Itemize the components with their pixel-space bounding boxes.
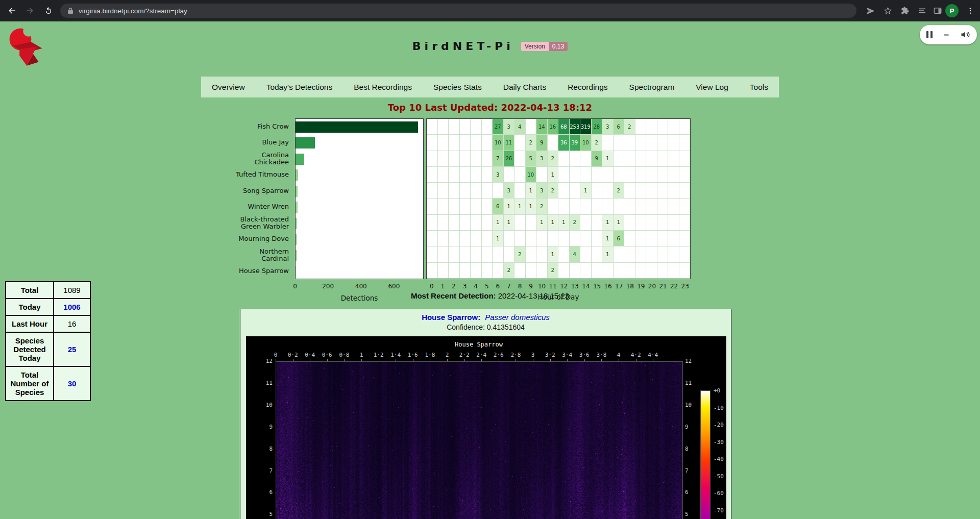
spec-x-tickmark	[293, 359, 293, 361]
heatmap-cell	[558, 263, 570, 279]
nav-item-today-s-detections[interactable]: Today's Detections	[256, 77, 344, 97]
spec-x-tick: 1·4	[390, 352, 401, 358]
spec-x-tick: 4	[617, 352, 621, 358]
media-controls-icon[interactable]	[916, 4, 929, 17]
back-icon[interactable]	[5, 4, 18, 17]
heatmap-cell	[514, 183, 526, 199]
heatmap-cell	[657, 199, 669, 214]
heatmap-cell: 1	[493, 215, 504, 231]
pause-icon[interactable]	[926, 31, 933, 38]
heatmap-cell	[536, 167, 548, 183]
stats-value-today[interactable]: 1006	[54, 299, 90, 315]
audio-timeline[interactable]	[944, 34, 949, 36]
colorbar-tick: -50	[714, 473, 724, 480]
heatmap-cell	[679, 199, 691, 214]
heatmap-cell	[592, 167, 603, 183]
hour-axis-tick: 11	[549, 283, 557, 290]
heatmap-cell	[514, 263, 526, 279]
heatmap-cell	[438, 263, 449, 279]
extensions-icon[interactable]	[898, 4, 912, 17]
detection-confidence: Confidence: 0.41351604	[240, 323, 731, 331]
heatmap-cell	[526, 215, 537, 231]
menu-kebab-icon[interactable]	[964, 4, 977, 17]
nav-item-recordings[interactable]: Recordings	[557, 77, 618, 97]
bar-row	[296, 135, 423, 152]
stats-value-last-hour: 16	[54, 315, 90, 332]
heatmap-cell	[558, 167, 570, 183]
heatmap-cell	[592, 263, 603, 279]
heatmap-cell	[602, 167, 614, 183]
heatmap-cell: 9	[592, 151, 603, 167]
heatmap-cell	[679, 135, 691, 151]
heatmap-cell	[493, 246, 504, 262]
stats-row-today: Today1006	[6, 299, 90, 315]
heatmap-cell	[635, 135, 647, 151]
heatmap-cell: 16	[548, 119, 559, 135]
heatmap-cell: 1	[526, 199, 537, 214]
heatmap-cell	[449, 215, 460, 231]
spec-y-tick: 6	[255, 489, 273, 496]
heatmap-cell	[646, 246, 657, 262]
heatmap-cell	[460, 263, 471, 279]
heatmap-cell	[449, 183, 460, 199]
share-icon[interactable]	[864, 4, 877, 17]
address-bar[interactable]: virginia.birdnetpi.com/?stream=play	[60, 4, 856, 18]
detection-species-link[interactable]: House Sparrow:	[422, 313, 480, 322]
species-label-house-sparrow: House Sparrow	[219, 263, 292, 280]
spec-x-tickmark	[619, 359, 619, 361]
heatmap-cell: 5	[526, 151, 537, 167]
forward-icon[interactable]	[23, 4, 37, 17]
heatmap-cell	[493, 263, 504, 279]
detections-bar-black-throated-green-warbler	[296, 218, 297, 229]
heatmap-cell	[679, 215, 691, 231]
nav-item-tools[interactable]: Tools	[739, 77, 779, 97]
heatmap-cell: 1	[536, 215, 548, 231]
heatmap-cell: 2	[548, 263, 559, 279]
heatmap-cell	[460, 199, 471, 214]
volume-icon[interactable]	[960, 30, 970, 40]
reload-icon[interactable]	[42, 4, 55, 17]
detection-scientific-name[interactable]: Passer domesticus	[485, 313, 550, 322]
version-label: Version	[521, 42, 549, 51]
species-label-tufted-titmouse: Tufted Titmouse	[219, 167, 292, 183]
heatmap-cell	[668, 215, 679, 231]
nav-item-species-stats[interactable]: Species Stats	[423, 77, 493, 97]
hour-axis-tick: 0	[430, 283, 434, 290]
heatmap-cell	[668, 167, 679, 183]
heatmap-cell	[635, 231, 647, 246]
colorbar-tick: -60	[714, 490, 724, 497]
heatmap-cell	[548, 199, 559, 214]
heatmap-cell	[438, 183, 449, 199]
spec-y-tick: 10	[255, 402, 273, 408]
bookmark-star-icon[interactable]	[881, 4, 894, 17]
nav-item-best-recordings[interactable]: Best Recordings	[343, 77, 423, 97]
spec-x-tick: 1	[360, 352, 363, 358]
heatmap-cell	[624, 135, 635, 151]
audio-player[interactable]	[920, 25, 977, 44]
hourly-heatmap: 2734141668253319283621011293639102726532…	[426, 118, 691, 279]
species-label-mourning-dove: Mourning Dove	[219, 231, 292, 248]
heatmap-cell: 6	[614, 119, 625, 135]
heatmap-cell	[514, 215, 526, 231]
nav-item-overview[interactable]: Overview	[201, 77, 256, 97]
profile-avatar[interactable]: P	[945, 4, 959, 17]
detections-bar-tufted-titmouse	[296, 169, 298, 181]
hour-axis-tick: 18	[626, 283, 634, 290]
side-panel-icon[interactable]	[931, 4, 944, 17]
heatmap-cell	[471, 231, 482, 246]
spec-x-tick: 0·8	[339, 352, 349, 358]
heatmap-cell	[526, 246, 537, 262]
species-label-song-sparrow: Song Sparrow	[219, 183, 292, 199]
spec-x-tick: 3·4	[562, 352, 572, 358]
heatmap-cell: 36	[558, 135, 570, 151]
spec-x-tickmark	[481, 359, 482, 361]
heatmap-cell	[646, 183, 657, 199]
stats-value-species-detected-today[interactable]: 25	[54, 332, 90, 366]
nav-item-spectrogram[interactable]: Spectrogram	[619, 77, 685, 97]
stats-value-total-number-of-species[interactable]: 30	[54, 366, 90, 401]
heatmap-cell: 7	[493, 151, 504, 167]
spec-x-tickmark	[379, 359, 379, 361]
heatmap-cell	[668, 151, 679, 167]
nav-item-daily-charts[interactable]: Daily Charts	[493, 77, 557, 97]
nav-item-view-log[interactable]: View Log	[685, 77, 739, 97]
